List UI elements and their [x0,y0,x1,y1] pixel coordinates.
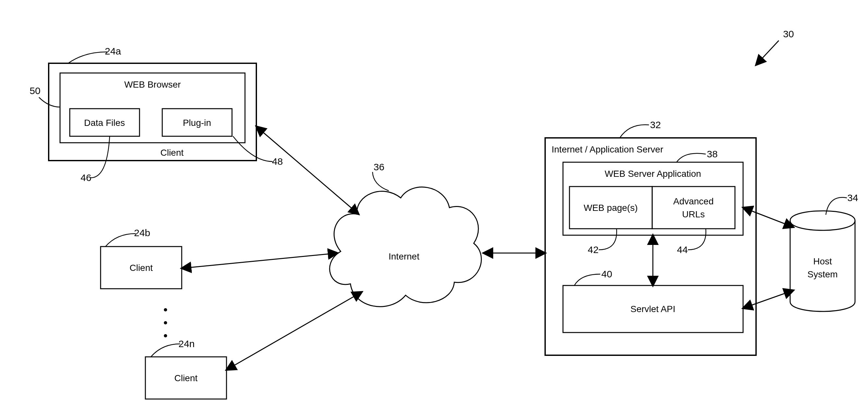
client-b-label: Client [129,263,153,273]
host-label1: Host [813,256,832,266]
ellipsis-dot [164,321,167,324]
servlet-label: Servlet API [630,304,676,314]
ref-24a: 24a [105,46,121,57]
ref-24b: 24b [134,227,150,238]
ref-38: 38 [707,149,717,159]
ref-34: 34 [847,192,858,203]
internet-cloud [330,187,481,307]
lead-24n [151,344,180,357]
plugin-label: Plug-in [183,118,211,128]
ellipsis-dot [164,334,167,338]
client-a-label: Client [160,148,184,158]
adv-urls-label2: URLs [682,209,705,219]
internet-label: Internet [389,251,420,261]
ref-32: 32 [650,119,661,130]
ref-42: 42 [588,244,598,255]
web-server-app-label: WEB Server Application [604,169,701,179]
ref-40: 40 [601,268,612,279]
lead-32 [620,125,649,138]
ref-46: 46 [81,172,91,183]
ellipsis-dot [164,308,167,311]
web-pages-label: WEB page(s) [584,203,638,213]
arrow-client-n-internet [226,292,362,370]
adv-urls-box [652,187,735,229]
web-browser-label: WEB Browser [124,80,181,90]
client-n-label: Client [174,373,197,383]
arrow-client-a-internet [256,127,359,214]
ref-48: 48 [272,156,283,167]
data-files-label: Data Files [84,118,125,128]
lead-24a [68,52,107,63]
ref-24n: 24n [179,338,195,349]
ref-30: 30 [783,29,794,39]
ref-36: 36 [373,162,384,172]
arrow-30 [756,40,779,65]
arrow-client-b-internet [182,253,338,268]
lead-36 [373,172,389,191]
host-label2: System [807,269,837,279]
adv-urls-label1: Advanced [673,196,714,206]
lead-24b [105,233,136,247]
ref-44: 44 [677,244,688,255]
architecture-diagram: Client WEB Browser Data Files Plug-in 24… [0,0,868,412]
app-server-label: Internet / Application Server [552,145,663,154]
ref-50: 50 [30,85,40,96]
